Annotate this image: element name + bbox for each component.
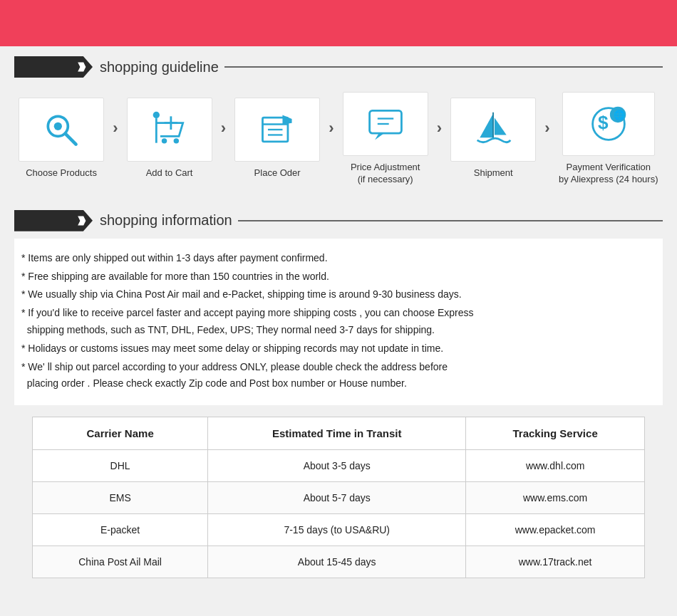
step1-icon-box: [19, 98, 104, 162]
step-place-order: Place Oder: [234, 98, 320, 179]
table-header-row: Carrier Name Estimated Time in Transit T…: [33, 417, 645, 450]
svg-marker-18: [495, 118, 507, 135]
svg-point-7: [173, 139, 178, 144]
table-cell-1-1: About 5-7 days: [208, 482, 466, 514]
table-cell-1-2: www.ems.com: [466, 482, 645, 514]
col-tracking: Tracking Service: [466, 417, 645, 450]
col-time: Estimated Time in Transit: [208, 417, 466, 450]
shipping-table: Carrier Name Estimated Time in Transit T…: [32, 417, 645, 578]
step4-icon-box: [343, 92, 428, 156]
info-line-6: * We' ll ship out parcel according to yo…: [21, 359, 656, 393]
table-cell-1-0: EMS: [33, 482, 208, 514]
arrow2: ›: [221, 119, 226, 137]
svg-text:$: $: [598, 112, 609, 133]
step5-icon-box: [450, 98, 536, 162]
chevron-icon: [76, 61, 87, 73]
payment-icon: $ 🌐: [589, 104, 629, 144]
section2-header: shopping information: [14, 210, 663, 231]
table-row: China Post Ail MailAbout 15-45 dayswww.1…: [33, 546, 645, 578]
step3-icon-box: [234, 98, 320, 162]
arrow1: ›: [113, 119, 118, 137]
arrow4: ›: [437, 119, 442, 137]
step1-label: Choose Products: [26, 167, 97, 179]
tag-icon: [257, 110, 297, 150]
svg-marker-24: [78, 216, 86, 225]
chevron2-icon: [76, 215, 87, 226]
info-line-2: * Free shipping are available for more t…: [21, 268, 656, 286]
svg-marker-0: [78, 63, 86, 72]
svg-rect-14: [369, 110, 401, 133]
arrow5: ›: [544, 119, 549, 137]
step3-label: Place Oder: [254, 167, 301, 179]
table-cell-2-0: E-packet: [33, 514, 208, 546]
svg-line-2: [66, 134, 76, 145]
section1-icon-block: [14, 56, 93, 78]
step6-label: Payment Verificationby Aliexpress (24 ho…: [557, 162, 660, 186]
search-icon: [41, 110, 81, 150]
section2-divider: [238, 220, 663, 221]
info-section: * Items are only shipped out within 1-3 …: [14, 239, 663, 405]
col-carrier: Carrier Name: [33, 417, 208, 450]
steps-container: Choose Products › Add to Cart ›: [14, 85, 663, 200]
step6-icon-box: $ 🌐: [562, 92, 655, 156]
table-row: DHLAbout 3-5 dayswww.dhl.com: [33, 450, 645, 482]
table-cell-3-2: www.17track.net: [466, 546, 645, 578]
section2-title: shopping information: [93, 212, 232, 229]
step4-label: Price Adjustment(if necessary): [351, 162, 420, 186]
table-cell-3-0: China Post Ail Mail: [33, 546, 208, 578]
table-cell-0-1: About 3-5 days: [208, 450, 466, 482]
header-banner: [0, 0, 677, 46]
info-line-4: * If you'd like to receive parcel faster…: [21, 305, 656, 339]
info-line-1: * Items are only shipped out within 1-3 …: [21, 250, 656, 267]
svg-point-3: [54, 122, 62, 130]
table-cell-0-2: www.dhl.com: [466, 450, 645, 482]
step2-icon-box: [127, 98, 212, 162]
ship-icon: [473, 110, 513, 150]
step-choose-products: Choose Products: [19, 98, 104, 179]
step-price-adjustment: Price Adjustment(if necessary): [343, 92, 428, 186]
chat-icon: [366, 104, 405, 144]
svg-marker-17: [480, 114, 494, 138]
step-add-to-cart: Add to Cart: [127, 98, 212, 179]
step-payment-verification: $ 🌐 Payment Verificationby Aliexpress (2…: [559, 92, 658, 186]
step2-label: Add to Cart: [146, 167, 193, 179]
cart-icon: [150, 110, 190, 150]
table-row: EMSAbout 5-7 dayswww.ems.com: [33, 482, 645, 514]
info-line-5: * Holidays or customs issues may meet so…: [21, 340, 656, 357]
table-cell-2-2: www.epacket.com: [466, 514, 645, 546]
svg-point-4: [153, 112, 159, 118]
table-cell-3-1: About 15-45 days: [208, 546, 466, 578]
info-line-3: * We usually ship via China Post Air mai…: [21, 286, 656, 303]
section1-header: shopping guideline: [14, 56, 663, 78]
section1-title: shopping guideline: [93, 59, 219, 75]
arrow3: ›: [329, 119, 334, 137]
table-cell-0-0: DHL: [33, 450, 208, 482]
table-cell-2-1: 7-15 days (to USA&RU): [208, 514, 466, 546]
step5-label: Shipment: [474, 167, 513, 179]
section1-divider: [224, 66, 663, 68]
step-shipment: Shipment: [450, 98, 536, 179]
section2-icon-block: [14, 210, 93, 231]
svg-point-6: [161, 139, 166, 144]
table-row: E-packet7-15 days (to USA&RU)www.epacket…: [33, 514, 645, 546]
svg-text:🌐: 🌐: [614, 109, 626, 121]
